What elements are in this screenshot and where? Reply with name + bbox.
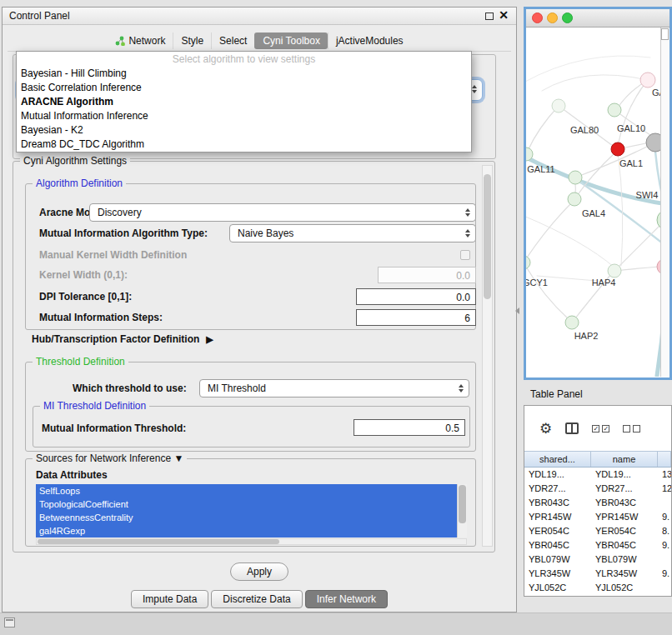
- network-graph[interactable]: GAL80GAL10GAL11GAL1SWI4GAL4GCY1HAP4HAP2G…: [526, 28, 669, 377]
- kernel-width-field[interactable]: 0.0: [378, 267, 476, 283]
- mi-type-select[interactable]: Naive Bayes: [229, 224, 476, 242]
- bottom-tab-discretize-data[interactable]: Discretize Data: [211, 590, 302, 608]
- algorithm-option[interactable]: Basic Correlation Inference: [17, 81, 471, 95]
- tab-network[interactable]: Network: [108, 32, 173, 49]
- table-row[interactable]: YPR145WYPR145W9.: [524, 510, 671, 524]
- attribute-list-item[interactable]: TopologicalCoefficient: [36, 498, 467, 511]
- attribute-list-item[interactable]: gal4RGexp: [36, 524, 467, 538]
- zoom-traffic-light-icon[interactable]: [562, 12, 573, 23]
- table-rows: YDL19...YDL19...13YDR27...YDR27...12YBR0…: [524, 468, 671, 596]
- table-header: shared...name: [524, 451, 671, 468]
- apply-button[interactable]: Apply: [230, 562, 288, 581]
- scrollbar-thumb[interactable]: [661, 28, 669, 40]
- network-node[interactable]: [611, 142, 624, 156]
- network-node[interactable]: [565, 316, 579, 329]
- table-cell: YLR345W: [591, 567, 658, 581]
- minimize-traffic-light-icon[interactable]: [547, 12, 558, 23]
- table-row[interactable]: YJL052CYJL052C: [524, 581, 671, 595]
- column-header[interactable]: [658, 452, 671, 467]
- network-canvas[interactable]: GAL80GAL10GAL11GAL1SWI4GAL4GCY1HAP4HAP2G…: [526, 28, 669, 377]
- algorithm-option[interactable]: Dream8 DC_TDC Algorithm: [17, 138, 471, 152]
- algorithm-option[interactable]: Mutual Information Inference: [17, 109, 471, 123]
- network-scrollbar[interactable]: [660, 28, 669, 377]
- mi-threshold-field[interactable]: 0.5: [354, 419, 465, 436]
- network-window-titlebar[interactable]: [526, 9, 669, 28]
- close-traffic-light-icon[interactable]: [532, 12, 543, 23]
- bottom-tab-infer-network[interactable]: Infer Network: [305, 590, 388, 608]
- combo-arrows-icon: [465, 229, 470, 238]
- attributes-horizontal-scrollbar[interactable]: [36, 538, 467, 545]
- network-node[interactable]: [608, 264, 621, 278]
- algorithm-option[interactable]: Bayesian - Hill Climbing: [17, 67, 471, 81]
- network-edge: [542, 75, 648, 91]
- aracne-mode-select[interactable]: Discovery: [89, 203, 476, 222]
- table-row[interactable]: YDL19...YDL19...13: [524, 468, 671, 482]
- scrollbar-thumb[interactable]: [38, 539, 279, 544]
- network-node[interactable]: [608, 103, 621, 117]
- network-node[interactable]: [526, 256, 530, 269]
- tab-jactivemodules[interactable]: jActiveModules: [328, 32, 411, 49]
- network-tab-icon: [115, 36, 125, 46]
- column-header[interactable]: name: [591, 452, 658, 467]
- sources-title[interactable]: Sources for Network Inference ▼: [33, 452, 187, 464]
- table-row[interactable]: YER054CYER054C8.: [524, 524, 671, 538]
- table-row[interactable]: YBR045CYBR045C9.: [524, 538, 671, 552]
- network-node[interactable]: [568, 192, 581, 206]
- which-threshold-select[interactable]: MI Threshold: [199, 379, 469, 398]
- bottom-tab-impute-data[interactable]: Impute Data: [131, 590, 208, 608]
- table-panel-title: Table Panel: [530, 388, 583, 400]
- show-columns-icon[interactable]: [565, 422, 579, 434]
- settings-gear-icon[interactable]: ⚙: [539, 422, 552, 436]
- algorithm-popup-prompt: Select algorithm to view settings: [17, 52, 471, 67]
- mi-threshold-value: 0.5: [445, 422, 459, 434]
- network-edge: [526, 56, 650, 82]
- expand-right-icon[interactable]: ▶: [206, 334, 213, 344]
- tab-cyni-toolbox[interactable]: Cyni Toolbox: [254, 32, 327, 49]
- splitter-collapse-icon[interactable]: [515, 308, 519, 314]
- table-row[interactable]: YLR345WYLR345W9.: [524, 567, 671, 581]
- network-node[interactable]: [569, 171, 582, 184]
- node-label: HAP4: [592, 278, 616, 288]
- column-header[interactable]: shared...: [524, 452, 591, 467]
- algorithm-option[interactable]: ARACNE Algorithm: [17, 95, 471, 109]
- control-panel-titlebar[interactable]: Control Panel ✕: [3, 8, 516, 25]
- combo-arrows-icon: [472, 85, 477, 93]
- table-cell: YBR045C: [524, 538, 591, 552]
- attributes-vertical-scrollbar[interactable]: [457, 484, 467, 538]
- table-cell: YDR27...: [591, 482, 658, 496]
- sources-group: Sources for Network Inference ▼ Data Att…: [25, 458, 476, 547]
- node-label: GAL1: [619, 158, 643, 168]
- mi-steps-field[interactable]: 6: [356, 309, 476, 326]
- attribute-list-item[interactable]: SelfLoops: [36, 484, 467, 498]
- dpi-tolerance-field[interactable]: 0.0: [356, 288, 476, 305]
- table-cell: YLR345W: [524, 567, 591, 581]
- hub-definition-label: Hub/Transcription Factor Definition: [32, 333, 199, 345]
- scrollbar-thumb[interactable]: [459, 485, 466, 523]
- restore-window-icon[interactable]: [4, 618, 15, 628]
- algorithm-option[interactable]: Bayesian - K2: [17, 123, 471, 138]
- collapse-down-icon[interactable]: ▼: [173, 452, 183, 464]
- tab-style[interactable]: Style: [173, 32, 211, 49]
- table-row[interactable]: YBR043CYBR043C: [524, 496, 671, 510]
- attribute-list-item[interactable]: BetweennessCentrality: [36, 511, 467, 524]
- tab-select[interactable]: Select: [211, 32, 254, 49]
- kernel-width-value: 0.0: [456, 270, 470, 282]
- deselect-all-icon[interactable]: [623, 425, 640, 432]
- tab-label: Style: [181, 35, 203, 47]
- scrollbar-thumb[interactable]: [484, 174, 491, 299]
- table-row[interactable]: YDR27...YDR27...12: [524, 482, 671, 496]
- table-row[interactable]: YBL079WYBL079W: [524, 552, 671, 567]
- select-all-icon[interactable]: ✓✓: [592, 425, 609, 432]
- hub-definition-toggle[interactable]: Hub/Transcription Factor Definition▶: [32, 333, 213, 345]
- network-node[interactable]: [552, 99, 565, 112]
- node-label: GAL11: [527, 164, 554, 174]
- node-label: GCY1: [526, 278, 548, 288]
- data-attributes-list[interactable]: SelfLoopsTopologicalCoefficientBetweenne…: [36, 484, 467, 538]
- float-window-icon[interactable]: [485, 12, 494, 20]
- network-node[interactable]: [640, 72, 655, 88]
- settings-scrollbar[interactable]: [482, 165, 493, 547]
- close-icon[interactable]: ✕: [499, 8, 509, 22]
- node-label: GAL80: [570, 125, 599, 135]
- manual-kernel-checkbox[interactable]: [460, 250, 470, 260]
- network-view-window[interactable]: GAL80GAL10GAL11GAL1SWI4GAL4GCY1HAP4HAP2G…: [524, 7, 672, 380]
